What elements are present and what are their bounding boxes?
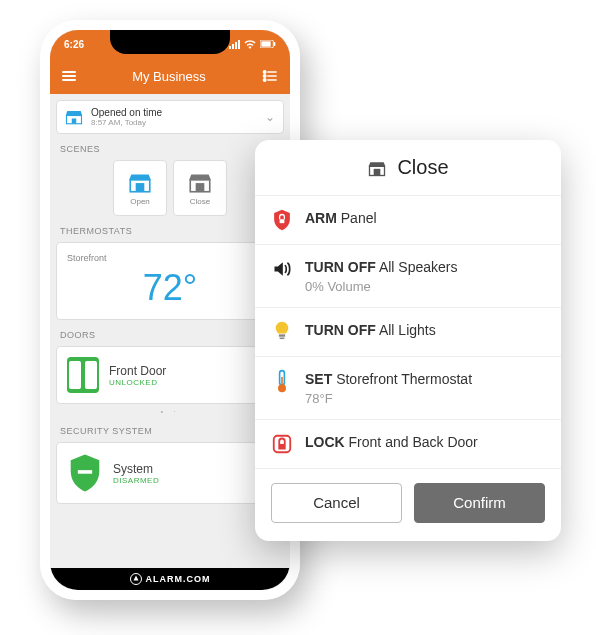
thermostat-temp: 72° [67, 267, 273, 309]
alert-banner[interactable]: Opened on time 8:57 AM, Today ⌄ [56, 100, 284, 134]
signal-icon [229, 40, 240, 49]
brand-logo-icon [130, 573, 142, 585]
svg-rect-15 [78, 470, 92, 474]
doors-label: DOORS [60, 330, 280, 340]
screen: 6:26 My Business Opened on time 8:57 AM,… [50, 30, 290, 590]
menu-icon[interactable] [62, 71, 76, 81]
speakers-sub: 0% Volume [305, 279, 457, 294]
action-thermostat: SET Storefront Thermostat 78°F [255, 357, 561, 420]
action-speakers: TURN OFF All Speakers 0% Volume [255, 245, 561, 308]
action-lock: LOCK Front and Back Door [255, 420, 561, 469]
door-status: UNLOCKED [109, 378, 166, 387]
thermo-sub: 78°F [305, 391, 472, 406]
page-dots: • · [56, 407, 284, 416]
door-name: Front Door [109, 364, 166, 378]
lock-icon [271, 433, 293, 455]
svg-rect-14 [196, 183, 205, 192]
thermostat-location: Storefront [67, 253, 273, 263]
close-scene-modal: Close ARM Panel TURN OFF All Speakers 0%… [255, 140, 561, 541]
svg-rect-10 [72, 119, 77, 124]
svg-rect-2 [274, 42, 275, 46]
svg-rect-21 [280, 337, 285, 339]
chevron-down-icon: ⌄ [265, 110, 275, 124]
battery-icon [260, 40, 276, 48]
app-bar: My Business [50, 58, 290, 94]
store-close-icon [187, 171, 213, 193]
svg-rect-20 [279, 334, 285, 336]
alert-subtitle: 8:57 AM, Today [91, 118, 162, 127]
scene-open-label: Open [130, 197, 150, 206]
cancel-button[interactable]: Cancel [271, 483, 402, 523]
scenes-label: SCENES [60, 144, 280, 154]
store-icon [65, 109, 83, 125]
security-status: DISARMED [113, 476, 159, 485]
app-title: My Business [132, 69, 206, 84]
svg-point-3 [263, 71, 266, 74]
svg-rect-1 [261, 41, 270, 46]
thermostats-label: THERMOSTATS [60, 226, 280, 236]
scene-open[interactable]: Open [113, 160, 167, 216]
door-icon [67, 357, 99, 393]
brand-text: ALARM.COM [146, 574, 211, 584]
thermostat-card[interactable]: ❄ Storefront 72° ⌃ ⌄ [56, 242, 284, 320]
action-arm: ARM Panel [255, 196, 561, 245]
action-lights: TURN OFF All Lights [255, 308, 561, 357]
svg-rect-12 [136, 183, 145, 192]
svg-rect-26 [278, 444, 285, 450]
modal-title: Close [397, 156, 448, 179]
store-open-icon [127, 171, 153, 193]
confirm-button[interactable]: Confirm [414, 483, 545, 523]
svg-rect-19 [280, 219, 285, 223]
speaker-icon [271, 259, 293, 279]
security-card[interactable]: System DISARMED [56, 442, 284, 504]
brand-bar: ALARM.COM [50, 568, 290, 590]
security-name: System [113, 462, 159, 476]
store-close-icon [367, 159, 387, 177]
alert-title: Opened on time [91, 107, 162, 118]
svg-point-7 [263, 79, 266, 82]
thermometer-icon [273, 369, 291, 393]
clock: 6:26 [64, 39, 84, 50]
notch [110, 30, 230, 54]
door-card[interactable]: Front Door UNLOCKED [56, 346, 284, 404]
svg-point-5 [263, 75, 266, 78]
scene-close[interactable]: Close [173, 160, 227, 216]
shield-armed-icon [272, 209, 292, 231]
svg-rect-24 [281, 377, 283, 387]
security-label: SECURITY SYSTEM [60, 426, 280, 436]
scene-close-label: Close [190, 197, 210, 206]
scene-menu-icon[interactable] [262, 69, 278, 83]
shield-icon [67, 453, 103, 493]
modal-header: Close [255, 140, 561, 196]
wifi-icon [244, 39, 256, 49]
lightbulb-icon [273, 321, 291, 343]
svg-rect-18 [374, 168, 381, 175]
